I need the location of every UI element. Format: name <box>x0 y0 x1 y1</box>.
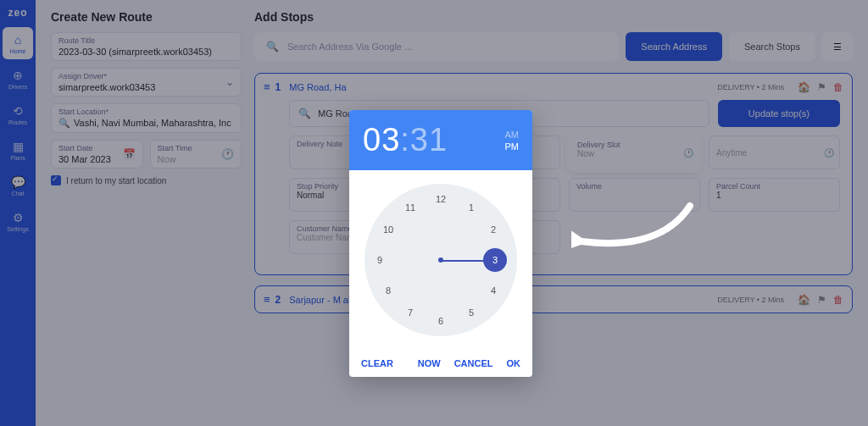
clock-number[interactable]: 9 <box>370 250 390 270</box>
time-picker: 03:31 AM PM 3 12 1 2 4 5 6 7 8 9 10 11 C… <box>349 110 532 377</box>
pm-toggle[interactable]: PM <box>505 141 520 152</box>
time-picker-actions: CLEAR NOW CANCEL OK <box>349 350 532 377</box>
selected-minute[interactable]: 31 <box>410 122 448 158</box>
clock-number[interactable]: 6 <box>431 311 451 331</box>
cancel-button[interactable]: CANCEL <box>454 358 493 368</box>
clock-number[interactable]: 8 <box>378 280 398 301</box>
callout-arrow-icon <box>571 199 698 258</box>
clear-button[interactable]: CLEAR <box>361 358 393 368</box>
clock-number[interactable]: 10 <box>378 219 398 240</box>
clock-number[interactable]: 7 <box>400 302 420 323</box>
time-picker-header: 03:31 AM PM <box>349 110 532 170</box>
clock-number[interactable]: 1 <box>461 197 481 218</box>
clock-number[interactable]: 11 <box>400 197 420 218</box>
clock-number[interactable]: 2 <box>483 219 504 240</box>
time-display: 03:31 <box>363 122 448 158</box>
clock-number[interactable]: 12 <box>431 189 451 209</box>
ok-button[interactable]: OK <box>507 358 521 368</box>
selected-hour[interactable]: 03 <box>363 122 400 158</box>
clock-number[interactable]: 5 <box>461 302 481 323</box>
clock-selected-hour[interactable]: 3 <box>483 248 507 272</box>
clock-number[interactable]: 4 <box>483 280 504 301</box>
am-toggle[interactable]: AM <box>505 130 520 140</box>
clock-face[interactable]: 3 12 1 2 4 5 6 7 8 9 10 11 <box>364 184 517 336</box>
now-button[interactable]: NOW <box>418 358 441 368</box>
